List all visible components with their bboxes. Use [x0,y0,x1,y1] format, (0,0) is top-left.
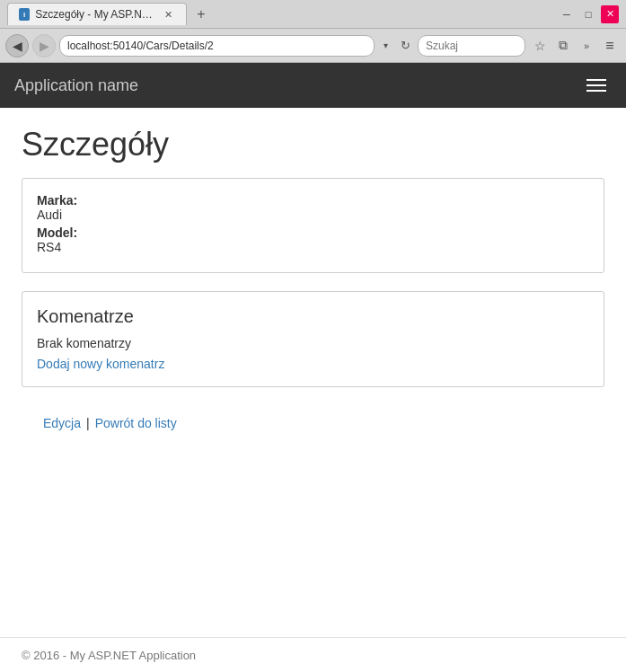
copyright-text: © 2016 - My ASP.NET Application [22,649,196,662]
add-comment-link[interactable]: Dodaj nowy komenatrz [37,357,164,371]
nav-toggle-button[interactable] [581,74,612,97]
footer-links: Edycja | Powrót do listy [22,405,604,441]
browser-tab[interactable]: I Szczegóły - My ASP.NET A... ✕ [7,3,187,25]
refresh-button[interactable]: ↻ [396,37,414,55]
browser-window: I Szczegóły - My ASP.NET A... ✕ + ─ □ ✕ … [0,0,626,672]
dropdown-icon: ▾ [384,40,388,50]
edit-link[interactable]: Edycja [43,416,81,430]
clipboard-icon: ⧉ [559,38,568,53]
refresh-icon: ↻ [401,39,410,52]
chevron-button[interactable]: » [578,35,595,57]
brand-value: Audi [37,208,589,222]
address-dropdown-button[interactable]: ▾ [378,37,392,55]
model-value: RS4 [37,240,589,254]
back-to-list-link[interactable]: Powrót do listy [95,416,177,430]
hamburger-menu-icon: ≡ [605,38,613,54]
search-input[interactable] [418,35,525,57]
app-navbar: Application name [0,63,626,108]
title-bar: I Szczegóły - My ASP.NET A... ✕ + ─ □ ✕ [0,0,626,29]
comments-card: Komenatrze Brak komenatrzy Dodaj nowy ko… [22,291,604,387]
star-icon: ☆ [534,39,546,53]
brand-field: Marka: Audi [37,193,589,222]
hamburger-line-2 [586,84,606,86]
maximize-button[interactable]: □ [579,5,597,23]
comments-empty-message: Brak komenatrzy [37,336,589,350]
close-button[interactable]: ✕ [601,5,619,23]
details-card: Marka: Audi Model: RS4 [22,178,604,273]
page-title: Szczegóły [22,126,604,164]
address-input[interactable] [59,35,375,57]
footer-separator: | [86,416,90,430]
clipboard-button[interactable]: ⧉ [552,35,574,57]
comments-title: Komenatrze [37,306,589,327]
title-bar-left: I Szczegóły - My ASP.NET A... ✕ + [7,3,212,25]
star-button[interactable]: ☆ [529,35,551,57]
menu-button[interactable]: ≡ [599,35,621,57]
minimize-button[interactable]: ─ [558,5,576,23]
forward-button[interactable]: ▶ [32,34,56,57]
back-button[interactable]: ◀ [5,34,29,57]
address-bar: ◀ ▶ ▾ ↻ ☆ ⧉ » ≡ [0,29,626,63]
forward-icon: ▶ [40,39,49,53]
app-name: Application name [14,76,138,95]
copyright-bar: © 2016 - My ASP.NET Application [0,637,626,672]
hamburger-line-3 [586,90,606,92]
hamburger-line-1 [586,79,606,81]
toolbar-icons: ☆ ⧉ [529,35,574,57]
brand-label: Marka: [37,193,589,208]
new-tab-button[interactable]: + [190,4,212,25]
tab-close-button[interactable]: ✕ [163,7,175,22]
model-label: Model: [37,225,589,240]
model-field: Model: RS4 [37,225,589,254]
tab-favicon-icon: I [19,8,30,21]
tab-label: Szczegóły - My ASP.NET A... [35,8,157,21]
chevron-icon: » [584,40,589,51]
page-content: Szczegóły Marka: Audi Model: RS4 Komenat… [0,108,626,637]
back-icon: ◀ [13,39,22,53]
title-bar-controls: ─ □ ✕ [558,5,619,23]
